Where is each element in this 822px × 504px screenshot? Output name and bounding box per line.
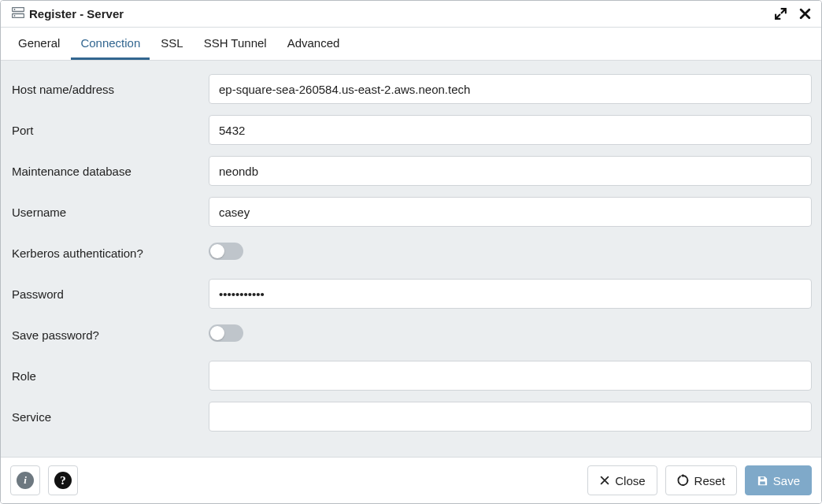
dialog-title: Register - Server [12, 7, 772, 20]
row-service: Service [10, 396, 812, 437]
row-save-password: Save password? [10, 314, 812, 355]
help-button[interactable]: ? [48, 465, 78, 495]
password-input[interactable] [209, 279, 812, 309]
reset-button-label: Reset [694, 474, 725, 487]
row-port: Port [10, 109, 812, 150]
label-port: Port [10, 124, 209, 137]
close-button-label: Close [615, 474, 645, 487]
label-maint-db: Maintenance database [10, 165, 209, 178]
row-host: Host name/address [10, 69, 812, 109]
dialog-header: Register - Server [1, 1, 821, 28]
kerberos-toggle[interactable] [209, 243, 243, 260]
server-icon [12, 7, 24, 20]
row-username: Username [10, 191, 812, 232]
connection-form: Host name/address Port Maintenance datab… [1, 61, 821, 457]
expand-button[interactable] [772, 6, 789, 22]
row-role: Role [10, 355, 812, 396]
label-role: Role [10, 369, 209, 383]
info-button[interactable]: i [10, 465, 40, 495]
save-icon [757, 475, 768, 487]
toggle-knob [210, 326, 224, 340]
host-input[interactable] [209, 74, 812, 104]
svg-rect-5 [760, 476, 764, 479]
close-dialog-button[interactable] [797, 6, 813, 22]
port-input[interactable] [209, 115, 812, 145]
reset-button[interactable]: Reset [665, 465, 737, 495]
toggle-knob [210, 244, 224, 258]
save-password-toggle[interactable] [209, 324, 243, 342]
reset-icon [677, 474, 690, 487]
tab-ssl[interactable]: SSL [151, 28, 192, 60]
tab-general[interactable]: General [9, 28, 69, 60]
register-server-dialog: Register - Server General Connection SSL… [0, 0, 822, 504]
label-password: Password [10, 287, 209, 301]
close-icon [798, 7, 812, 20]
expand-icon [774, 7, 787, 20]
tab-advanced[interactable]: Advanced [278, 28, 350, 60]
svg-point-3 [14, 15, 16, 17]
label-service: Service [10, 410, 209, 424]
label-save-password: Save password? [10, 328, 209, 342]
save-button[interactable]: Save [745, 465, 812, 495]
tab-ssh-tunnel[interactable]: SSH Tunnel [194, 28, 276, 60]
tab-connection[interactable]: Connection [71, 28, 150, 60]
service-input[interactable] [209, 402, 812, 432]
info-icon: i [17, 472, 34, 489]
row-maint-db: Maintenance database [10, 150, 812, 191]
close-icon [599, 475, 610, 486]
row-password: Password [10, 273, 812, 314]
label-kerberos: Kerberos authentication? [10, 246, 209, 260]
save-button-label: Save [773, 474, 800, 487]
svg-point-2 [14, 9, 16, 10]
dialog-title-text: Register - Server [29, 7, 124, 20]
close-button[interactable]: Close [587, 465, 657, 495]
role-input[interactable] [209, 361, 812, 391]
tabs: General Connection SSL SSH Tunnel Advanc… [1, 28, 821, 61]
label-username: Username [10, 206, 209, 219]
maint-db-input[interactable] [209, 156, 812, 186]
label-host: Host name/address [10, 83, 209, 96]
dialog-footer: i ? Close Reset [1, 457, 821, 503]
username-input[interactable] [209, 197, 812, 227]
row-kerberos: Kerberos authentication? [10, 232, 812, 273]
help-icon: ? [54, 472, 72, 489]
svg-rect-4 [760, 481, 765, 484]
